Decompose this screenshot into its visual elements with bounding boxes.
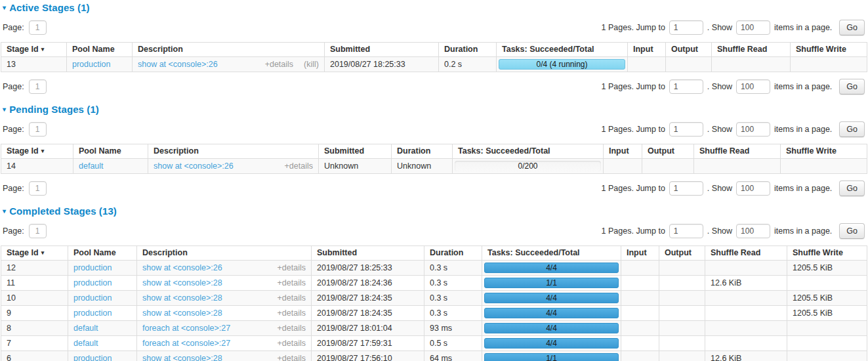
stage-id-cell: 13	[1, 57, 67, 72]
column-header-stage-id[interactable]: Stage Id▾	[1, 43, 67, 57]
column-header-input[interactable]: Input	[628, 43, 666, 57]
column-header-shuffle-write[interactable]: Shuffle Write	[781, 144, 867, 159]
page-number-input[interactable]	[29, 79, 47, 94]
jump-to-input[interactable]	[669, 181, 703, 196]
stage-row: 11productionshow at <console>:28+details…	[1, 276, 867, 291]
column-header-submitted[interactable]: Submitted	[325, 43, 439, 57]
show-count-input[interactable]	[736, 224, 770, 238]
section-header-completed-stages[interactable]: ▾Completed Stages (13)	[3, 205, 867, 217]
output-cell	[659, 321, 705, 336]
section-header-active-stages[interactable]: ▾Active Stages (1)	[3, 2, 867, 13]
details-toggle[interactable]: +details	[278, 308, 306, 318]
task-progress-bar: 4/4	[484, 338, 619, 349]
column-header-duration[interactable]: Duration	[439, 43, 497, 57]
column-header-duration[interactable]: Duration	[392, 144, 453, 159]
column-header-output[interactable]: Output	[659, 246, 705, 261]
go-button[interactable]: Go	[839, 180, 865, 196]
jump-to-input[interactable]	[669, 79, 703, 94]
column-header-shuffle-read[interactable]: Shuffle Read	[694, 144, 781, 159]
submitted-cell: 2019/08/27 18:24:35	[312, 291, 424, 306]
duration-cell: Unknown	[392, 159, 453, 174]
show-count-input[interactable]	[736, 20, 770, 35]
pool-name-link[interactable]: production	[73, 278, 112, 287]
page-number-input[interactable]	[29, 181, 47, 196]
details-toggle[interactable]: +details	[278, 293, 306, 303]
column-header-output[interactable]: Output	[642, 144, 694, 159]
column-header-input[interactable]: Input	[621, 246, 659, 261]
column-header-output[interactable]: Output	[666, 43, 712, 57]
details-toggle[interactable]: +details	[278, 263, 306, 272]
column-header-duration[interactable]: Duration	[424, 246, 482, 261]
input-cell	[621, 336, 659, 351]
pool-name-link[interactable]: production	[72, 60, 110, 69]
column-header-shuffle-read[interactable]: Shuffle Read	[712, 43, 791, 57]
page-label: Page:	[3, 125, 24, 134]
go-button[interactable]: Go	[839, 223, 865, 239]
description-link[interactable]: show at <console>:26	[138, 60, 218, 70]
details-toggle[interactable]: +details	[278, 278, 306, 287]
go-button[interactable]: Go	[839, 121, 865, 137]
page-label: Page:	[3, 23, 24, 32]
items-per-page-text: items in a page.	[774, 125, 832, 134]
submitted-cell: 2019/08/27 17:56:10	[312, 351, 424, 361]
details-toggle[interactable]: +details	[285, 161, 313, 171]
pool-name-link[interactable]: production	[73, 263, 112, 272]
tasks-cell: 1/1	[482, 351, 621, 361]
column-header-stage-id[interactable]: Stage Id▾	[1, 246, 68, 261]
details-toggle[interactable]: +details	[278, 354, 306, 361]
page-number-input[interactable]	[29, 20, 47, 35]
column-header-description[interactable]: Description	[148, 144, 319, 159]
stage-id-cell: 7	[1, 336, 68, 351]
jump-to-input[interactable]	[669, 122, 703, 137]
column-header-submitted[interactable]: Submitted	[319, 144, 392, 159]
show-count-input[interactable]	[736, 181, 770, 196]
description-link[interactable]: show at <console>:28	[142, 354, 222, 361]
pool-name-link[interactable]: default	[79, 161, 104, 171]
column-header-tasks-succeeded-total[interactable]: Tasks: Succeeded/Total	[497, 43, 628, 57]
description-cell: show at <console>:26+details	[148, 159, 319, 174]
column-header-description[interactable]: Description	[137, 246, 312, 261]
column-header-shuffle-write[interactable]: Shuffle Write	[787, 246, 867, 261]
column-header-tasks-succeeded-total[interactable]: Tasks: Succeeded/Total	[482, 246, 621, 261]
pool-name-link[interactable]: default	[73, 324, 98, 333]
description-link[interactable]: foreach at <console>:27	[142, 324, 230, 333]
table-header-row: Stage Id▾Pool NameDescriptionSubmittedDu…	[1, 246, 867, 261]
show-count-input[interactable]	[736, 122, 770, 137]
column-header-shuffle-read[interactable]: Shuffle Read	[705, 246, 787, 261]
description-link[interactable]: foreach at <console>:27	[142, 339, 230, 349]
shuffle-write-cell: 1205.5 KiB	[787, 306, 867, 321]
column-header-stage-id[interactable]: Stage Id▾	[1, 144, 73, 159]
details-toggle[interactable]: +details	[278, 339, 306, 348]
column-header-submitted[interactable]: Submitted	[312, 246, 424, 261]
column-header-tasks-succeeded-total[interactable]: Tasks: Succeeded/Total	[453, 144, 604, 159]
shuffle-read-cell: 12.6 KiB	[705, 351, 787, 361]
details-toggle[interactable]: +details	[278, 324, 306, 333]
column-header-pool-name[interactable]: Pool Name	[68, 246, 137, 261]
description-link[interactable]: show at <console>:26	[142, 263, 222, 273]
pool-name-link[interactable]: production	[73, 354, 112, 361]
jump-to-input[interactable]	[669, 20, 703, 35]
column-header-pool-name[interactable]: Pool Name	[73, 144, 148, 159]
go-button[interactable]: Go	[839, 79, 865, 95]
section-header-pending-stages[interactable]: ▾Pending Stages (1)	[3, 104, 867, 115]
description-link[interactable]: show at <console>:28	[142, 278, 222, 288]
section-title-text: Completed Stages (13)	[9, 205, 117, 217]
description-link[interactable]: show at <console>:28	[142, 293, 222, 303]
description-link[interactable]: show at <console>:28	[142, 308, 222, 318]
column-header-description[interactable]: Description	[133, 43, 325, 57]
jump-to-input[interactable]	[669, 224, 703, 238]
kill-link[interactable]: (kill)	[304, 60, 319, 69]
page-number-input[interactable]	[29, 122, 47, 137]
show-count-input[interactable]	[736, 79, 770, 94]
details-toggle[interactable]: +details	[265, 60, 293, 69]
pool-name-link[interactable]: production	[73, 293, 112, 303]
description-link[interactable]: show at <console>:26	[154, 161, 234, 171]
pool-name-link[interactable]: default	[73, 339, 98, 348]
column-header-input[interactable]: Input	[604, 144, 642, 159]
column-header-pool-name[interactable]: Pool Name	[67, 43, 133, 57]
pool-name-link[interactable]: production	[73, 308, 112, 318]
page-number-input[interactable]	[29, 224, 47, 238]
show-text: . Show	[707, 23, 732, 32]
go-button[interactable]: Go	[839, 20, 865, 35]
column-header-shuffle-write[interactable]: Shuffle Write	[791, 43, 867, 57]
